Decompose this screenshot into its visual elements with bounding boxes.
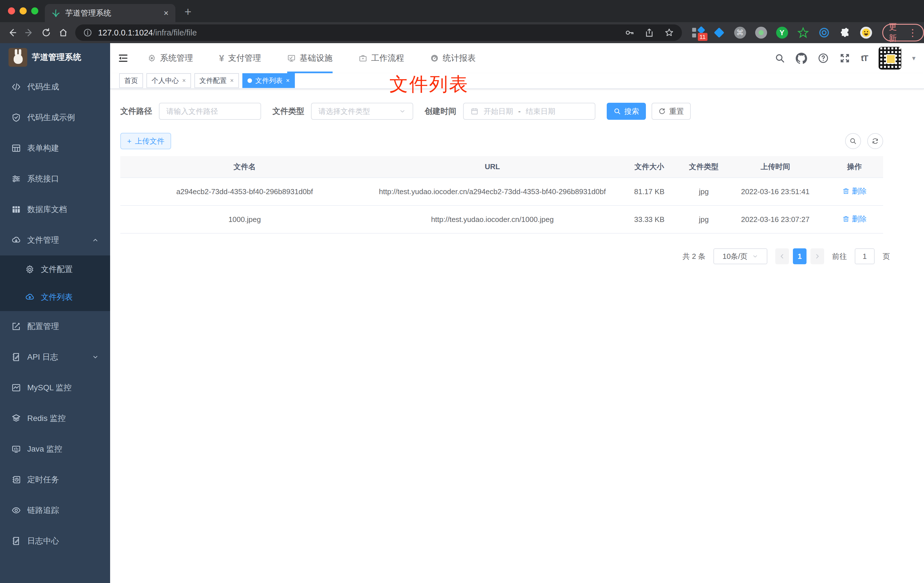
nav-workflow[interactable]: 工作流程 xyxy=(359,43,404,73)
window-maximize-button[interactable] xyxy=(31,7,38,15)
extension-star-icon[interactable] xyxy=(797,27,809,39)
tag-close-icon[interactable]: × xyxy=(286,77,290,84)
github-icon[interactable] xyxy=(796,53,807,64)
tags-view-bar: 首页 个人中心 × 文件配置 × 文件列表 × 文件列表 xyxy=(110,73,924,89)
sidebar-item-config-management[interactable]: 配置管理 xyxy=(0,311,110,342)
sidebar-item-file-list[interactable]: 文件列表 xyxy=(0,283,110,311)
address-bar[interactable]: 127.0.0.1:1024/infra/file/file xyxy=(75,25,681,41)
sidebar-submenu-file: 文件配置 文件列表 xyxy=(0,256,110,311)
delete-button[interactable]: 删除 xyxy=(842,185,867,197)
date-range-picker[interactable]: 开始日期 - 结束日期 xyxy=(463,103,596,120)
share-icon[interactable] xyxy=(645,28,654,38)
reload-icon[interactable] xyxy=(41,28,51,38)
sidebar-item-scheduled-tasks[interactable]: 定时任务 xyxy=(0,464,110,495)
next-page-button[interactable] xyxy=(810,248,824,264)
tag-home[interactable]: 首页 xyxy=(119,73,143,88)
hamburger-icon[interactable] xyxy=(117,53,129,64)
log-edit-icon xyxy=(12,352,21,362)
sidebar-item-api-log[interactable]: API 日志 xyxy=(0,342,110,372)
sidebar-item-file-management[interactable]: 文件管理 xyxy=(0,225,110,256)
site-info-icon[interactable] xyxy=(83,28,92,37)
app-title: 芋道管理系统 xyxy=(32,52,81,63)
reset-button[interactable]: 重置 xyxy=(652,103,691,120)
extension-grid-icon[interactable]: 11 xyxy=(692,27,704,39)
sidebar-logo[interactable]: 芋道管理系统 xyxy=(0,43,110,71)
avatar-caret-icon[interactable]: ▾ xyxy=(912,54,916,62)
table-row: 1000.jpeg http://test.yudao.iocoder.cn/1… xyxy=(120,205,883,233)
tag-file-list[interactable]: 文件列表 × xyxy=(243,73,295,88)
tab-close-icon[interactable]: × xyxy=(163,8,168,18)
font-size-icon[interactable]: tT xyxy=(861,53,868,63)
window-close-button[interactable] xyxy=(8,7,15,15)
nav-statistics-report[interactable]: 统计报表 xyxy=(430,43,475,73)
file-path-input[interactable] xyxy=(166,107,254,116)
update-label: 更新 xyxy=(889,21,904,44)
cell-url: http://test.yudao.iocoder.cn/a294ecb2-73… xyxy=(369,178,616,205)
sidebar-item-system-api[interactable]: 系统接口 xyxy=(0,164,110,194)
toggle-search-button[interactable] xyxy=(845,133,861,149)
help-icon[interactable] xyxy=(818,53,829,64)
new-tab-button[interactable]: + xyxy=(185,5,191,19)
url-path: /infra/file/file xyxy=(153,28,197,37)
page-number-1[interactable]: 1 xyxy=(793,248,807,264)
search-icon[interactable] xyxy=(775,53,785,63)
sidebar-item-db-doc[interactable]: 数据库文档 xyxy=(0,194,110,225)
tag-profile[interactable]: 个人中心 × xyxy=(147,73,191,88)
code-icon xyxy=(12,82,21,92)
monitor-icon xyxy=(12,444,21,454)
tag-close-icon[interactable]: × xyxy=(182,77,186,84)
extension-command-icon[interactable]: ⌘ xyxy=(734,27,746,39)
extension-eye-icon[interactable] xyxy=(818,27,830,39)
extension-emoji-icon[interactable] xyxy=(860,27,872,39)
sidebar-item-code-gen[interactable]: 代码生成 xyxy=(0,71,110,102)
form-grid-icon xyxy=(12,143,21,153)
trash-icon xyxy=(842,187,850,195)
extension-kite-icon[interactable] xyxy=(713,27,725,39)
tag-file-config[interactable]: 文件配置 × xyxy=(195,73,239,88)
delete-button[interactable]: 删除 xyxy=(842,213,867,225)
forward-icon[interactable] xyxy=(25,28,34,38)
bookmark-star-icon[interactable] xyxy=(664,28,674,38)
sidebar-item-form-builder[interactable]: 表单构建 xyxy=(0,133,110,164)
date-start-placeholder[interactable]: 开始日期 xyxy=(483,106,513,116)
browser-tab-title: 芋道管理系统 xyxy=(65,8,161,18)
window-controls[interactable] xyxy=(8,7,38,15)
back-icon[interactable] xyxy=(7,28,17,38)
fullscreen-icon[interactable] xyxy=(840,53,850,64)
sidebar-item-file-config[interactable]: 文件配置 xyxy=(0,256,110,283)
avatar[interactable] xyxy=(879,47,901,69)
file-type-select[interactable]: 请选择文件类型 xyxy=(311,103,413,120)
browser-menu-icon[interactable]: ⋮ xyxy=(908,27,917,38)
search-button[interactable]: 搜索 xyxy=(607,103,646,120)
sidebar-item-code-gen-demo[interactable]: 代码生成示例 xyxy=(0,102,110,133)
sidebar-item-java-monitor[interactable]: Java 监控 xyxy=(0,434,110,464)
goto-page-input[interactable] xyxy=(855,248,874,264)
sidebar-item-log-center[interactable]: 日志中心 xyxy=(0,526,110,556)
extension-puzzle-icon[interactable] xyxy=(839,27,851,39)
sidebar-item-redis-monitor[interactable]: Redis 监控 xyxy=(0,403,110,434)
upload-file-button[interactable]: + 上传文件 xyxy=(120,133,171,149)
sidebar-item-tracing[interactable]: 链路追踪 xyxy=(0,495,110,526)
tag-close-icon[interactable]: × xyxy=(230,77,234,84)
nav-label: 支付管理 xyxy=(228,53,261,64)
file-path-input-wrap xyxy=(159,103,261,120)
extension-y-icon[interactable]: Y xyxy=(776,27,788,39)
calendar-icon xyxy=(470,107,478,115)
refresh-table-button[interactable] xyxy=(867,133,883,149)
nav-system-management[interactable]: 系统管理 xyxy=(148,43,193,73)
nav-infrastructure[interactable]: 基础设施 xyxy=(287,43,333,73)
home-icon[interactable] xyxy=(58,28,68,38)
page-size-select[interactable]: 10条/页 xyxy=(713,248,767,264)
date-end-placeholder[interactable]: 结束日期 xyxy=(526,106,555,116)
nav-label: 基础设施 xyxy=(300,53,333,64)
browser-toolbar: 127.0.0.1:1024/infra/file/file 11 ⌘ Y xyxy=(0,22,924,43)
password-key-icon[interactable] xyxy=(625,28,634,38)
browser-tab[interactable]: 芋道管理系统 × xyxy=(45,4,175,22)
prev-page-button[interactable] xyxy=(775,248,789,264)
browser-tab-strip: 芋道管理系统 × + xyxy=(0,0,924,22)
browser-update-button[interactable]: 更新 ⋮ xyxy=(882,24,924,41)
sidebar-item-mysql-monitor[interactable]: MySQL 监控 xyxy=(0,372,110,403)
extension-recorder-icon[interactable] xyxy=(755,27,767,39)
window-minimize-button[interactable] xyxy=(20,7,27,15)
nav-payment-management[interactable]: ¥ 支付管理 xyxy=(219,43,261,73)
